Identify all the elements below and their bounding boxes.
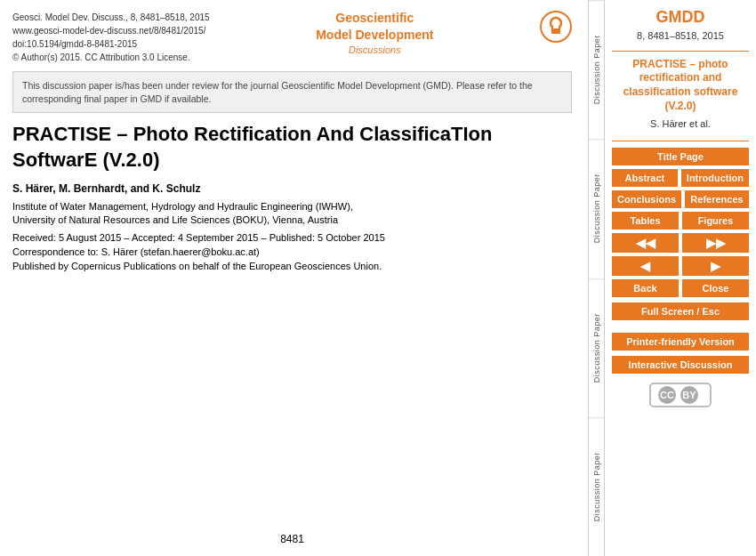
- notice-box: This discussion paper is/has been under …: [12, 71, 572, 113]
- paper-title: PRACTISE – Photo Rectification And Class…: [12, 122, 572, 173]
- sidebar-divider-mid: [612, 141, 749, 141]
- open-access-icon: [540, 11, 572, 43]
- first-last-row: ◀◀ ▶▶: [612, 233, 749, 253]
- content-area: Geosci. Model Dev. Discuss., 8, 8481–851…: [0, 0, 589, 556]
- authors: S. Härer, M. Bernhardt, and K. Schulz: [12, 182, 572, 195]
- affiliation-line2: University of Natural Resources and Life…: [12, 214, 338, 225]
- svg-rect-2: [553, 23, 559, 28]
- close-button[interactable]: Close: [682, 279, 749, 297]
- tables-button[interactable]: Tables: [612, 212, 679, 230]
- sidebar-paper-title: PRACTISE – photo rectification and class…: [612, 58, 749, 113]
- prev-next-row: ◀ ▶: [612, 256, 749, 276]
- first-button[interactable]: ◀◀: [612, 233, 679, 253]
- header-meta: Geosci. Model Dev. Discuss., 8, 8481–851…: [12, 11, 210, 64]
- prev-button[interactable]: ◀: [612, 256, 679, 276]
- affiliation-line1: Institute of Water Management, Hydrology…: [12, 201, 353, 212]
- journal-name-bottom: Model Development: [316, 28, 433, 43]
- abstract-intro-row: Abstract Introduction: [612, 169, 749, 187]
- svg-text:BY: BY: [682, 390, 696, 400]
- open-access-logo: [540, 11, 572, 43]
- cc-badge: CC BY: [649, 383, 712, 407]
- dates: Received: 5 August 2015 – Accepted: 4 Se…: [12, 232, 572, 243]
- title-page-button[interactable]: Title Page: [612, 148, 749, 165]
- vertical-label-2: Discussion Paper: [589, 139, 604, 278]
- meta-line4: © Author(s) 2015. CC Attribution 3.0 Lic…: [12, 51, 210, 64]
- sidebar-volume: 8, 8481–8518, 2015: [637, 30, 724, 41]
- vertical-label-3: Discussion Paper: [589, 278, 604, 417]
- back-button[interactable]: Back: [612, 279, 679, 297]
- abstract-button[interactable]: Abstract: [612, 169, 678, 187]
- interactive-discussion-button[interactable]: Interactive Discussion: [612, 356, 749, 374]
- introduction-button[interactable]: Introduction: [681, 169, 749, 187]
- meta-line3: doi:10.5194/gmdd-8-8481-2015: [12, 37, 210, 51]
- sidebar-authors: S. Härer et al.: [650, 118, 711, 129]
- svg-text:CC: CC: [660, 390, 674, 400]
- next-button[interactable]: ▶: [682, 256, 749, 276]
- published: Published by Copernicus Publications on …: [12, 261, 572, 271]
- printer-friendly-button[interactable]: Printer-friendly Version: [612, 333, 749, 351]
- sidebar-title: GMDD: [656, 9, 705, 27]
- references-button[interactable]: References: [685, 190, 749, 208]
- journal-sub: Discussions: [349, 44, 401, 55]
- back-close-row: Back Close: [612, 279, 749, 297]
- meta-line1: Geosci. Model Dev. Discuss., 8, 8481–851…: [12, 11, 210, 24]
- vertical-labels: Discussion Paper Discussion Paper Discus…: [589, 0, 605, 556]
- page-number: 8481: [12, 524, 572, 545]
- correspondence: Correspondence to: S. Härer (stefan.haer…: [12, 246, 572, 257]
- full-screen-button[interactable]: Full Screen / Esc: [612, 302, 749, 320]
- notice-text: This discussion paper is/has been under …: [22, 80, 533, 104]
- vertical-label-1: Discussion Paper: [589, 0, 604, 139]
- journal-logo: Geoscientific Model Development Discussi…: [316, 11, 433, 55]
- affiliation: Institute of Water Management, Hydrology…: [12, 200, 572, 228]
- conclusions-refs-row: Conclusions References: [612, 190, 749, 208]
- journal-name-top: Geoscientific: [335, 11, 414, 26]
- meta-line2: www.geosci-model-dev-discuss.net/8/8481/…: [12, 24, 210, 37]
- right-sidebar: GMDD 8, 8481–8518, 2015 PRACTISE – photo…: [605, 0, 756, 556]
- conclusions-button[interactable]: Conclusions: [612, 190, 681, 208]
- last-button[interactable]: ▶▶: [682, 233, 749, 253]
- main-layout: Geosci. Model Dev. Discuss., 8, 8481–851…: [0, 0, 756, 556]
- tables-figures-row: Tables Figures: [612, 212, 749, 230]
- vertical-label-4: Discussion Paper: [589, 417, 604, 556]
- figures-button[interactable]: Figures: [682, 212, 749, 230]
- sidebar-divider-top: [612, 51, 749, 52]
- header-row: Geosci. Model Dev. Discuss., 8, 8481–851…: [12, 11, 572, 64]
- cc-icon: CC BY: [649, 383, 712, 407]
